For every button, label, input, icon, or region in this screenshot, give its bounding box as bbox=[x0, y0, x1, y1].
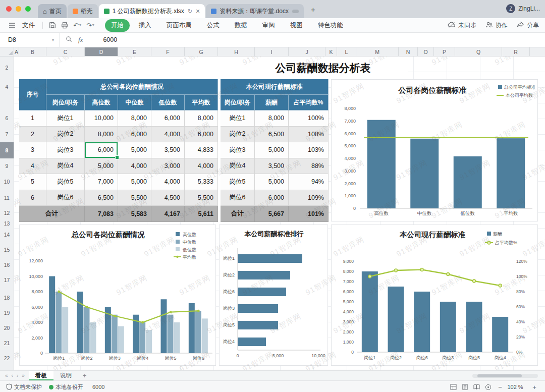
formula-input[interactable]: 6000 bbox=[103, 36, 117, 43]
table-cell[interactable]: 5,333 bbox=[185, 174, 218, 190]
share-button[interactable]: 分享 bbox=[517, 21, 539, 30]
row-header-13[interactable]: 13 bbox=[0, 220, 14, 227]
table-cell[interactable]: 5,000 bbox=[118, 174, 151, 190]
sheet-nav-arrow-icon[interactable]: ‹ bbox=[12, 373, 13, 378]
sheet-nav-arrow-icon[interactable]: « bbox=[5, 373, 8, 378]
row-header-7[interactable]: 7 bbox=[0, 131, 14, 138]
column-header-J[interactable]: J bbox=[289, 47, 325, 56]
table-group-header[interactable]: 总公司各岗位薪酬情况 bbox=[46, 79, 218, 95]
table-cell[interactable]: 5,000 bbox=[85, 158, 118, 175]
column-header-D[interactable]: D bbox=[85, 47, 118, 56]
table-cell[interactable]: 岗位2 bbox=[221, 127, 255, 143]
sheet-tab[interactable]: 说明 bbox=[53, 371, 78, 380]
total-value-cell[interactable]: 5,583 bbox=[118, 206, 151, 222]
row-number-cell[interactable]: 3 bbox=[19, 142, 46, 158]
table-cell[interactable]: 岗位3 bbox=[46, 142, 85, 158]
zoom-fit-icon[interactable] bbox=[485, 384, 492, 390]
table-header-no[interactable]: 序号 bbox=[19, 79, 46, 110]
table-cell[interactable]: 88% bbox=[289, 158, 329, 175]
total-value-cell[interactable]: 5,611 bbox=[185, 206, 218, 222]
horizontal-scrollbar[interactable] bbox=[472, 374, 538, 378]
undo-dropdown-icon[interactable]: ▾ bbox=[79, 23, 81, 27]
sync-status-button[interactable]: 未同步 bbox=[448, 21, 476, 30]
cell-name-box[interactable]: D8 ▾ bbox=[0, 33, 60, 47]
chart-current-salary-standard[interactable]: 本公司现行薪酬标准薪酬占平均数%01,0002,0003,0004,0005,0… bbox=[331, 225, 538, 366]
row-header-9[interactable]: 9 bbox=[0, 162, 14, 170]
column-header-P[interactable]: P bbox=[434, 47, 455, 56]
column-header-F[interactable]: F bbox=[151, 47, 185, 56]
row-number-cell[interactable]: 6 bbox=[19, 190, 46, 206]
ribbon-tab[interactable]: 插入 bbox=[133, 19, 157, 32]
row-header-11[interactable]: 11 bbox=[0, 194, 14, 201]
table-cell[interactable]: 4,000 bbox=[151, 127, 185, 143]
window-tab[interactable]: 资料来源：即课学堂.docx bbox=[206, 4, 304, 18]
redo-icon[interactable]: ↷▾ bbox=[86, 22, 94, 29]
ribbon-tab[interactable]: 数据 bbox=[229, 19, 253, 32]
column-header-I[interactable]: I bbox=[255, 47, 289, 56]
table-cell[interactable]: 5,500 bbox=[185, 190, 218, 206]
table-sub-header[interactable]: 高位数 bbox=[85, 95, 118, 110]
row-header-22[interactable]: 22 bbox=[0, 355, 14, 362]
row-header-17[interactable]: 17 bbox=[0, 276, 14, 284]
row-number-cell[interactable]: 1 bbox=[19, 110, 46, 127]
table-cell[interactable]: 103% bbox=[289, 142, 329, 158]
table-cell[interactable]: 94% bbox=[289, 174, 329, 190]
table-cell[interactable]: 岗位6 bbox=[221, 190, 255, 206]
table-cell[interactable]: 4,833 bbox=[185, 142, 218, 158]
row-header-19[interactable]: 19 bbox=[0, 309, 14, 316]
backup-status[interactable]: 本地备份开 bbox=[49, 383, 83, 391]
table-cell[interactable]: 岗位3 bbox=[221, 142, 255, 158]
ribbon-tab[interactable]: 视图 bbox=[284, 19, 309, 32]
table-sub-header[interactable]: 低位数 bbox=[151, 95, 185, 110]
ribbon-tab[interactable]: 开始 bbox=[105, 19, 130, 32]
reading-view-icon[interactable] bbox=[473, 384, 480, 390]
ribbon-tab[interactable]: 审阅 bbox=[256, 19, 281, 32]
table-cell[interactable]: 岗位1 bbox=[221, 110, 255, 127]
cloud-icon[interactable] bbox=[292, 10, 299, 13]
scrollbar-thumb[interactable] bbox=[477, 374, 522, 377]
table-cell[interactable]: 5,000 bbox=[255, 174, 289, 190]
table-cell[interactable]: 3,000 bbox=[151, 158, 185, 175]
table-cell[interactable]: 5,500 bbox=[118, 190, 151, 206]
total-value-cell[interactable]: 101% bbox=[289, 206, 329, 222]
table-cell[interactable]: 6,000 bbox=[185, 127, 218, 143]
sheet-nav-arrow-icon[interactable]: › bbox=[17, 373, 18, 378]
insert-function-button[interactable]: fx bbox=[78, 36, 83, 44]
row-header-21[interactable]: 21 bbox=[0, 340, 14, 347]
save-icon[interactable] bbox=[49, 22, 56, 29]
column-header-Q[interactable]: Q bbox=[455, 47, 502, 56]
table-cell[interactable]: 8,000 bbox=[118, 110, 151, 127]
table-cell[interactable]: 6,000 bbox=[151, 110, 185, 127]
row-header-18[interactable]: 18 bbox=[0, 294, 14, 301]
selected-cell[interactable]: 6,000 bbox=[85, 142, 118, 158]
window-tab[interactable]: 1 公司薪酬数据分析表.xlsx↻× bbox=[99, 4, 205, 18]
chart-headoffice-position-salary[interactable]: 总公司各岗位薪酬情况高位数中位数低位数平均数02,0004,0006,0008,… bbox=[19, 225, 216, 366]
row-header-14[interactable]: 14 bbox=[0, 231, 14, 238]
file-menu[interactable]: 文件 bbox=[22, 21, 35, 30]
table-sub-header[interactable]: 岗位/职务 bbox=[46, 95, 85, 110]
table-sub-header[interactable]: 平均数 bbox=[185, 95, 218, 110]
table-cell[interactable]: 3,500 bbox=[151, 142, 185, 158]
table-cell[interactable]: 7,000 bbox=[85, 174, 118, 190]
zoom-out-button[interactable]: − bbox=[496, 383, 505, 391]
menu-icon[interactable] bbox=[9, 22, 16, 28]
table-cell[interactable]: 岗位4 bbox=[46, 158, 85, 175]
table-cell[interactable]: 4,000 bbox=[185, 158, 218, 175]
row-header-20[interactable]: 20 bbox=[0, 324, 14, 331]
row-header-15[interactable]: 15 bbox=[0, 246, 14, 253]
page-layout-view-icon[interactable] bbox=[462, 384, 468, 390]
table-cell[interactable]: 4,000 bbox=[118, 158, 151, 175]
user-account[interactable]: Z ZingLi... bbox=[506, 4, 540, 13]
table-cell[interactable]: 100% bbox=[289, 110, 329, 127]
table-cell[interactable]: 3,500 bbox=[255, 158, 289, 175]
table-cell[interactable]: 岗位6 bbox=[46, 190, 85, 206]
chart-company-position-standard[interactable]: 公司各岗位薪酬标准总公司平均标准本公司平均数01,0002,0003,0004,… bbox=[331, 79, 538, 221]
search-icon[interactable] bbox=[66, 35, 72, 44]
table-cell[interactable]: 5,000 bbox=[255, 142, 289, 158]
total-label-cell[interactable]: 合计 bbox=[19, 206, 85, 222]
table-cell[interactable]: 岗位2 bbox=[46, 127, 85, 143]
sheet-tab[interactable]: 看板 bbox=[29, 371, 53, 380]
column-header-H[interactable]: H bbox=[218, 47, 255, 56]
row-header-16[interactable]: 16 bbox=[0, 261, 14, 268]
close-window-button[interactable] bbox=[6, 6, 12, 12]
